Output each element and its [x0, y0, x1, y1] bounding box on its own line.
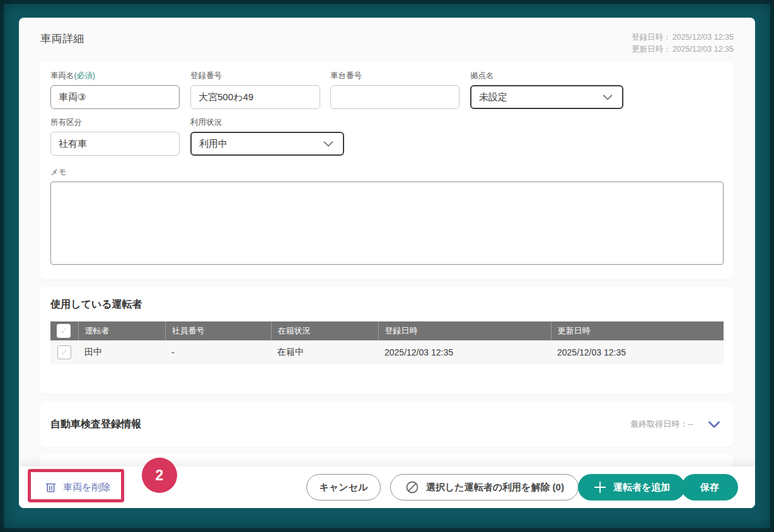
ownership-input[interactable]	[50, 132, 180, 156]
drivers-section-title: 使用している運転者	[50, 298, 724, 311]
base-name-value: 未設定	[479, 91, 507, 103]
registration-number-input[interactable]	[190, 85, 320, 109]
base-name-field: 拠点名 未設定	[470, 71, 623, 109]
cancel-label: キャンセル	[320, 482, 368, 494]
memo-label: メモ	[50, 167, 724, 178]
chassis-number-field: 車台番号	[330, 71, 459, 109]
column-header-enrollment: 在籍状況	[271, 321, 378, 340]
usage-status-value: 利用中	[199, 138, 228, 150]
chassis-number-input[interactable]	[330, 85, 459, 109]
cell-employee-no: -	[165, 340, 271, 364]
release-selected-drivers-label: 選択した運転者の利用を解除 (0)	[426, 482, 564, 494]
updated-value: 2025/12/03 12:35	[673, 45, 734, 54]
vehicle-name-label: 車両名(必須)	[50, 71, 180, 81]
memo-field: メモ	[50, 167, 724, 267]
column-header-driver: 運転者	[78, 321, 165, 340]
required-mark: (必須)	[74, 71, 95, 80]
add-driver-label: 運転者を追加	[613, 482, 670, 494]
inspection-expand-button[interactable]	[706, 416, 722, 432]
base-name-label: 拠点名	[470, 71, 623, 81]
usage-status-field: 利用状況 利用中	[190, 117, 344, 156]
save-button[interactable]: 保存	[681, 474, 738, 500]
delete-vehicle-label: 車両を削除	[63, 482, 110, 494]
slash-circle-icon	[405, 480, 420, 495]
registration-number-label: 登録番号	[190, 71, 320, 81]
page-title: 車両詳細	[40, 32, 84, 46]
table-row: ✓ 田中 - 在籍中 2025/12/03 12:35 2025/12/03 1…	[50, 340, 724, 364]
usage-status-label: 利用状況	[190, 117, 344, 128]
last-fetched-datetime: 最終取得日時：--	[630, 419, 693, 430]
cell-driver-name: 田中	[78, 340, 165, 364]
inspection-section: 自動車検査登録情報 最終取得日時：--	[40, 402, 734, 447]
inspection-section-title: 自動車検査登録情報	[50, 418, 141, 431]
vehicle-detail-page: 車両詳細 登録日時：2025/12/03 12:35 更新日時：2025/12/…	[19, 18, 755, 508]
chassis-number-label: 車台番号	[330, 71, 459, 81]
vehicle-name-input[interactable]	[50, 85, 180, 109]
delete-vehicle-button[interactable]: 車両を削除	[44, 481, 110, 494]
footer-action-bar: 車両を削除 2 キャンセル 選択した運転者の利用を解除 (0) 運転者を追加 保…	[19, 466, 755, 508]
memo-textarea[interactable]	[50, 182, 724, 265]
ownership-label: 所有区分	[50, 117, 180, 128]
inspection-right: 最終取得日時：--	[630, 416, 722, 432]
select-all-checkbox[interactable]: ✓	[57, 324, 71, 338]
registered-label: 登録日時：	[632, 33, 671, 42]
plus-icon	[593, 480, 607, 494]
ownership-field: 所有区分	[50, 117, 180, 156]
column-header-employee-no: 社員番号	[165, 321, 271, 340]
add-driver-button[interactable]: 運転者を追加	[578, 474, 685, 500]
column-header-registered: 登録日時	[378, 321, 551, 340]
vehicle-name-field: 車両名(必須)	[50, 71, 180, 109]
chevron-down-icon	[321, 137, 335, 151]
base-name-select[interactable]: 未設定	[470, 85, 623, 109]
row-checkbox-cell: ✓	[50, 340, 78, 364]
cell-registered-datetime: 2025/12/03 12:35	[378, 340, 551, 364]
release-selected-drivers-button[interactable]: 選択した運転者の利用を解除 (0)	[390, 474, 579, 500]
row-checkbox[interactable]: ✓	[57, 345, 71, 359]
save-label: 保存	[700, 482, 719, 494]
page-header: 車両詳細 登録日時：2025/12/03 12:35 更新日時：2025/12/…	[19, 18, 755, 62]
updated-datetime: 更新日時：2025/12/03 12:35	[630, 43, 734, 55]
drivers-section: 使用している運転者 ✓ 運転者 社員番号 在籍状況 登録日時 更新日時 ✓	[40, 287, 734, 394]
column-header-updated: 更新日時	[551, 321, 724, 340]
usage-status-select[interactable]: 利用中	[190, 132, 344, 156]
cell-updated-datetime: 2025/12/03 12:35	[551, 340, 724, 364]
updated-label: 更新日時：	[632, 45, 671, 54]
vehicle-form-section: 車両名(必須) 登録番号 車台番号 拠点名 未設定 所有区分 利用状況 利用中	[40, 62, 734, 279]
tutorial-step-badge: 2	[142, 458, 177, 493]
registered-value: 2025/12/03 12:35	[673, 33, 734, 42]
chevron-down-icon	[706, 416, 722, 432]
drivers-table: ✓ 運転者 社員番号 在籍状況 登録日時 更新日時 ✓ 田中 - 在籍中	[50, 321, 724, 364]
cancel-button[interactable]: キャンセル	[306, 474, 381, 500]
drivers-table-header-row: ✓ 運転者 社員番号 在籍状況 登録日時 更新日時	[50, 321, 724, 340]
registration-number-field: 登録番号	[190, 71, 320, 109]
record-timestamps: 登録日時：2025/12/03 12:35 更新日時：2025/12/03 12…	[630, 32, 734, 55]
registered-datetime: 登録日時：2025/12/03 12:35	[630, 32, 734, 43]
header-checkbox-cell: ✓	[50, 321, 78, 340]
chevron-down-icon	[601, 90, 615, 104]
trash-icon	[44, 481, 57, 494]
cell-enrollment-status: 在籍中	[271, 340, 378, 364]
